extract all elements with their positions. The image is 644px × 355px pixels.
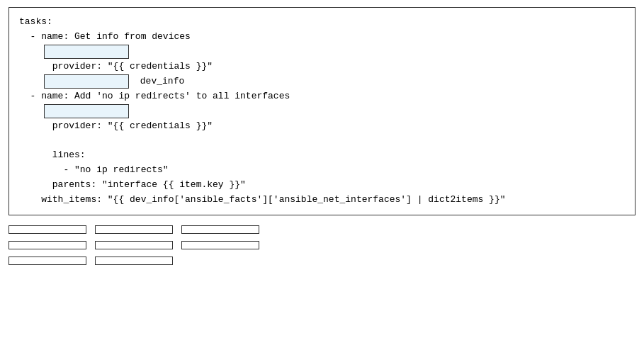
button-row-1 <box>9 225 635 234</box>
ios-info-button[interactable] <box>95 241 173 249</box>
code-line-4: provider: "{{ credentials }}" <box>19 60 625 74</box>
ios-facts-button[interactable] <box>181 241 259 249</box>
code-line-1: tasks: <box>19 15 625 30</box>
variable-button[interactable] <box>181 225 259 234</box>
code-line-6: - name: Add 'no ip redirects' to all int… <box>19 89 625 104</box>
code-box: tasks: - name: Get info from devices pro… <box>9 7 635 215</box>
code-line-12: parents: "interface {{ item.key }}" <box>19 178 625 193</box>
code-line-8: provider: "{{ credentials }}" <box>19 119 625 134</box>
inline-box-2[interactable] <box>44 74 129 89</box>
code-line-9 <box>19 134 625 149</box>
button-row-2 <box>9 241 635 249</box>
code-line-3 <box>19 45 625 60</box>
code-line-7 <box>19 104 625 119</box>
debug-button[interactable] <box>9 225 86 234</box>
inline-box-1[interactable] <box>44 45 129 59</box>
register-button[interactable] <box>95 225 173 234</box>
ios-conf-t-button[interactable] <box>9 241 86 249</box>
button-grid <box>9 225 635 265</box>
button-row-3 <box>9 257 635 265</box>
ios-command-button[interactable] <box>9 257 86 265</box>
code-line-11: - "no ip redirects" <box>19 163 625 178</box>
code-line-2: - name: Get info from devices <box>19 30 625 45</box>
code-line-13: with_items: "{{ dev_info['ansible_facts'… <box>19 193 625 208</box>
code-line-5: dev_info <box>19 74 625 89</box>
ios-config-button[interactable] <box>95 257 173 265</box>
code-line-10: lines: <box>19 148 625 163</box>
main-content: tasks: - name: Get info from devices pro… <box>0 0 644 272</box>
inline-box-3[interactable] <box>44 104 129 118</box>
